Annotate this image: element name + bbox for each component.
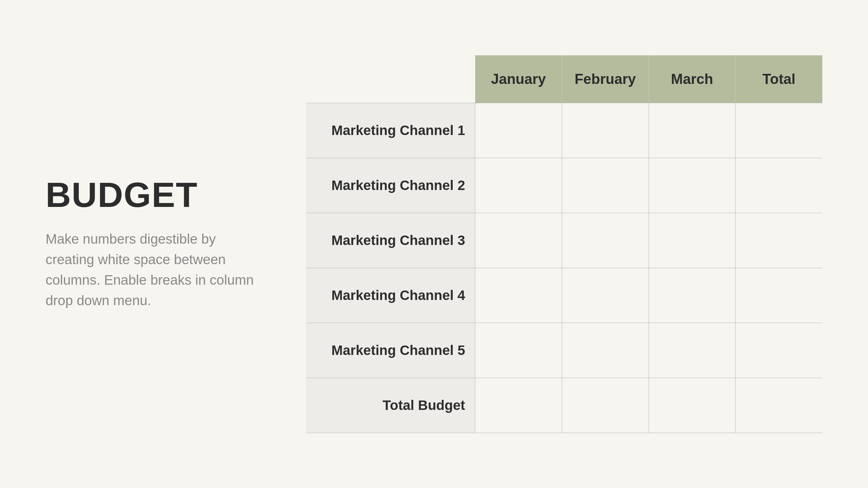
data-cell-1-jan (475, 103, 562, 158)
data-cell-2-mar (649, 158, 736, 213)
page-container: BUDGET Make numbers digestible by creati… (0, 0, 868, 488)
row-label-1: Marketing Channel 1 (306, 103, 475, 158)
budget-table: January February March Total Marketing C… (306, 55, 823, 433)
data-cell-4-total (736, 268, 823, 323)
data-cell-3-feb (562, 213, 649, 268)
data-cell-1-feb (562, 103, 649, 158)
data-cell-5-jan (475, 323, 562, 378)
row-label-total-budget: Total Budget (306, 378, 475, 433)
data-cell-2-feb (562, 158, 649, 213)
data-cell-total-feb (562, 378, 649, 433)
table-header: January February March Total (306, 55, 823, 103)
header-spacer (306, 55, 475, 103)
budget-title: BUDGET (45, 177, 267, 213)
data-cell-5-feb (562, 323, 649, 378)
data-cell-total-total (736, 378, 823, 433)
data-cell-4-mar (649, 268, 736, 323)
row-label-3: Marketing Channel 3 (306, 213, 475, 268)
data-cell-total-mar (649, 378, 736, 433)
table-row: Marketing Channel 1 (306, 103, 823, 158)
table-row: Marketing Channel 2 (306, 158, 823, 213)
data-cell-2-jan (475, 158, 562, 213)
header-total: Total (736, 55, 823, 103)
data-cell-4-jan (475, 268, 562, 323)
data-cell-2-total (736, 158, 823, 213)
table-row-total: Total Budget (306, 378, 823, 433)
row-label-4: Marketing Channel 4 (306, 268, 475, 323)
table-row: Marketing Channel 5 (306, 323, 823, 378)
header-january: January (475, 55, 562, 103)
data-cell-3-jan (475, 213, 562, 268)
header-february: February (562, 55, 649, 103)
row-label-5: Marketing Channel 5 (306, 323, 475, 378)
right-panel: January February March Total Marketing C… (306, 55, 823, 433)
data-cell-3-mar (649, 213, 736, 268)
left-panel: BUDGET Make numbers digestible by creati… (45, 177, 267, 311)
data-cell-4-feb (562, 268, 649, 323)
data-cell-5-mar (649, 323, 736, 378)
data-cell-3-total (736, 213, 823, 268)
table-body: Marketing Channel 1 Marketing Channel 2 … (306, 103, 823, 433)
data-cell-total-jan (475, 378, 562, 433)
data-cell-5-total (736, 323, 823, 378)
header-march: March (649, 55, 736, 103)
data-cell-1-mar (649, 103, 736, 158)
table-row: Marketing Channel 4 (306, 268, 823, 323)
data-cell-1-total (736, 103, 823, 158)
budget-description: Make numbers digestible by creating whit… (45, 229, 267, 311)
row-label-2: Marketing Channel 2 (306, 158, 475, 213)
table-row: Marketing Channel 3 (306, 213, 823, 268)
